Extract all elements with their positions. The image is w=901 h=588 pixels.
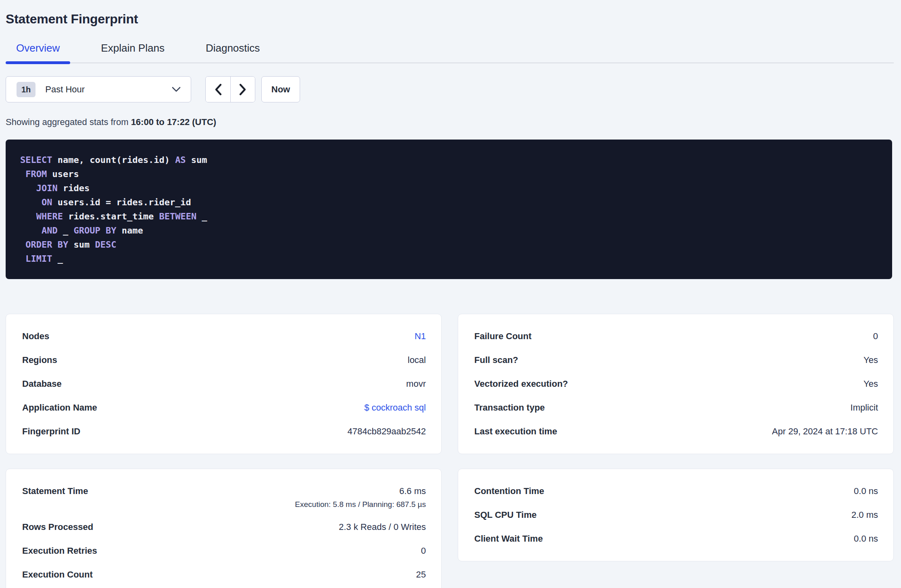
tab-overview[interactable]: Overview xyxy=(6,42,70,63)
stat-label: Failure Count xyxy=(474,331,532,342)
stat-value: 6.6 ms xyxy=(399,486,426,496)
stat-row: Failure Count0 xyxy=(474,331,878,342)
timing-cards-row: Statement Time6.6 msExecution: 5.8 ms / … xyxy=(6,469,894,588)
sql-line: FROM users xyxy=(20,167,878,181)
stat-value: movr xyxy=(406,379,426,389)
stat-label: Fingerprint ID xyxy=(22,426,80,437)
stat-row: Rows Processed2.3 k Reads / 0 Writes xyxy=(22,522,426,533)
stat-row: Last execution timeApr 29, 2024 at 17:18… xyxy=(474,426,878,438)
stat-row: SQL CPU Time2.0 ms xyxy=(474,510,878,521)
stat-value: 25 xyxy=(416,569,426,580)
stat-label: Rows Processed xyxy=(22,522,93,532)
stat-label: Application Name xyxy=(22,402,97,413)
stat-value: 0 xyxy=(873,331,878,341)
sql-line: WHERE rides.start_time BETWEEN _ xyxy=(20,209,878,223)
stat-value: Yes xyxy=(863,355,878,365)
stat-label: Transaction type xyxy=(474,402,545,413)
stat-row: Databasemovr xyxy=(22,379,426,390)
page-title: Statement Fingerprint xyxy=(6,11,894,27)
stat-label: Full scan? xyxy=(474,355,518,365)
time-range-badge: 1h xyxy=(17,82,35,97)
stat-value: 2.0 ms xyxy=(851,510,878,520)
stat-row: Client Wait Time0.0 ns xyxy=(474,534,878,545)
chevron-right-icon xyxy=(238,83,247,96)
stats-line-prefix: Showing aggregated stats from xyxy=(6,117,131,127)
stat-value-link[interactable]: N1 xyxy=(415,331,426,341)
stat-value: Apr 29, 2024 at 17:18 UTC xyxy=(772,426,878,436)
stat-row: Statement Time6.6 msExecution: 5.8 ms / … xyxy=(22,486,426,509)
stats-line-range: 16:00 to 17:22 (UTC) xyxy=(131,117,217,127)
sql-statement-box: SELECT name, count(rides.id) AS sum FROM… xyxy=(6,140,892,279)
next-time-range-button[interactable] xyxy=(230,77,255,102)
tab-diagnostics[interactable]: Diagnostics xyxy=(195,42,270,63)
stat-label: Regions xyxy=(22,355,57,365)
time-range-arrows xyxy=(205,76,255,102)
sql-line: ON users.id = rides.rider_id xyxy=(20,195,878,209)
stat-value: Yes xyxy=(863,379,878,389)
stat-value: local xyxy=(408,355,426,365)
time-controls: 1h Past Hour Now xyxy=(6,76,894,102)
stat-label: Database xyxy=(22,379,62,389)
time-range-dropdown[interactable]: 1h Past Hour xyxy=(6,76,191,102)
stat-label: Contention Time xyxy=(474,486,544,496)
details-cards-row: NodesN1RegionslocalDatabasemovrApplicati… xyxy=(6,314,894,454)
stat-row: Contention Time0.0 ns xyxy=(474,486,878,497)
stat-row: NodesN1 xyxy=(22,331,426,342)
stat-row: Regionslocal xyxy=(22,355,426,366)
stat-row: Execution Count25 xyxy=(22,569,426,581)
wait-timing-card: Contention Time0.0 nsSQL CPU Time2.0 msC… xyxy=(458,469,894,561)
stat-value: 0 xyxy=(421,546,426,556)
stat-label: Vectorized execution? xyxy=(474,379,568,389)
stat-value: 0.0 ns xyxy=(854,534,878,544)
stat-value: 2.3 k Reads / 0 Writes xyxy=(339,522,426,532)
stat-label: Client Wait Time xyxy=(474,534,543,544)
aggregated-stats-line: Showing aggregated stats from 16:00 to 1… xyxy=(6,117,894,127)
stat-row: Application Name$ cockroach sql xyxy=(22,402,426,414)
stat-label: SQL CPU Time xyxy=(474,510,536,520)
sql-line: SELECT name, count(rides.id) AS sum xyxy=(20,153,878,167)
sql-line: ORDER BY sum DESC xyxy=(20,238,878,252)
chevron-down-icon xyxy=(171,86,181,92)
stat-row: Vectorized execution?Yes xyxy=(474,379,878,390)
stat-value: 0.0 ns xyxy=(854,486,878,496)
stat-value: 4784cb829aab2542 xyxy=(347,426,426,436)
stat-label: Execution Count xyxy=(22,569,93,580)
chevron-left-icon xyxy=(214,83,223,96)
time-range-label: Past Hour xyxy=(45,84,85,95)
stat-value-link[interactable]: $ cockroach sql xyxy=(364,402,426,413)
stat-row: Transaction typeImplicit xyxy=(474,402,878,414)
stat-row: Execution Retries0 xyxy=(22,546,426,557)
sql-line: AND _ GROUP BY name xyxy=(20,223,878,238)
stat-row: Fingerprint ID4784cb829aab2542 xyxy=(22,426,426,438)
sql-line: JOIN rides xyxy=(20,181,878,195)
sql-line: LIMIT _ xyxy=(20,252,878,266)
tab-bar: Overview Explain Plans Diagnostics xyxy=(6,42,894,63)
stat-label: Nodes xyxy=(22,331,49,342)
stat-row: Full scan?Yes xyxy=(474,355,878,366)
now-button[interactable]: Now xyxy=(261,76,300,102)
stat-label: Execution Retries xyxy=(22,546,97,556)
tab-explain-plans[interactable]: Explain Plans xyxy=(90,42,175,63)
prev-time-range-button[interactable] xyxy=(206,77,230,102)
statement-fingerprint-page: Statement Fingerprint Overview Explain P… xyxy=(0,0,901,588)
statement-details-card: NodesN1RegionslocalDatabasemovrApplicati… xyxy=(6,314,442,454)
execution-attributes-card: Failure Count0Full scan?YesVectorized ex… xyxy=(458,314,894,454)
stat-value: Implicit xyxy=(851,402,878,413)
stat-subvalue: Execution: 5.8 ms / Planning: 687.5 µs xyxy=(295,500,426,509)
stat-label: Statement Time xyxy=(22,486,88,496)
statement-timing-card: Statement Time6.6 msExecution: 5.8 ms / … xyxy=(6,469,442,588)
stat-label: Last execution time xyxy=(474,426,557,437)
